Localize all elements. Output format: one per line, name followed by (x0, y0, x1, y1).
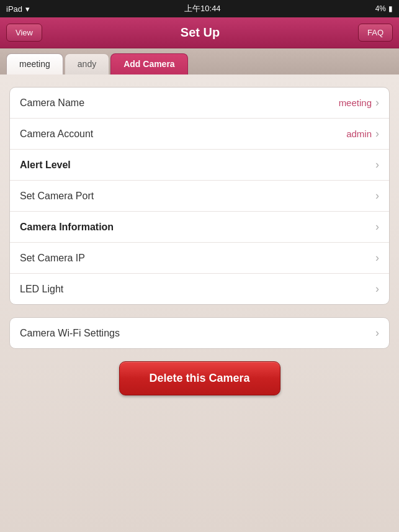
led-light-label: LED Light (20, 284, 63, 295)
main-settings-group: Camera Name meeting › Camera Account adm… (9, 87, 390, 305)
content-area: Camera Name meeting › Camera Account adm… (0, 74, 399, 532)
camera-account-right: admin › (346, 127, 379, 140)
battery-percent: 4% (375, 4, 386, 13)
alert-level-row[interactable]: Alert Level › (10, 150, 389, 181)
nav-title: Set Up (181, 25, 220, 40)
camera-wifi-settings-row[interactable]: Camera Wi-Fi Settings › (10, 318, 389, 348)
camera-name-label: Camera Name (20, 97, 84, 109)
set-camera-port-right: › (375, 189, 379, 202)
tab-andy[interactable]: andy (65, 53, 109, 74)
led-light-right: › (375, 282, 379, 295)
tab-bar: meeting andy Add Camera (0, 48, 399, 74)
chevron-icon: › (375, 127, 379, 140)
camera-wifi-settings-label: Camera Wi-Fi Settings (20, 328, 120, 339)
chevron-icon: › (375, 220, 379, 233)
camera-name-value: meeting (339, 97, 372, 108)
set-camera-port-row[interactable]: Set Camera Port › (10, 181, 389, 212)
camera-account-row[interactable]: Camera Account admin › (10, 119, 389, 150)
led-light-row[interactable]: LED Light › (10, 274, 389, 304)
chevron-icon: › (375, 96, 379, 109)
status-right: 4% ▮ (375, 4, 393, 13)
status-left: iPad ▾ (6, 4, 30, 14)
set-camera-ip-label: Set Camera IP (20, 253, 85, 264)
camera-information-label: Camera Information (20, 222, 114, 233)
camera-information-right: › (375, 220, 379, 233)
set-camera-ip-row[interactable]: Set Camera IP › (10, 243, 389, 274)
battery-icon: ▮ (388, 4, 393, 13)
wifi-icon: ▾ (25, 4, 30, 14)
alert-level-label: Alert Level (20, 160, 71, 171)
nav-bar: View Set Up FAQ (0, 17, 399, 48)
tab-meeting[interactable]: meeting (6, 53, 63, 74)
camera-account-value: admin (346, 128, 372, 139)
camera-wifi-settings-right: › (375, 327, 379, 340)
chevron-icon: › (375, 251, 379, 264)
camera-name-right: meeting › (339, 96, 379, 109)
wifi-settings-group: Camera Wi-Fi Settings › (9, 317, 390, 349)
device-label: iPad (6, 4, 22, 14)
alert-level-right: › (375, 158, 379, 171)
camera-name-row[interactable]: Camera Name meeting › (10, 88, 389, 119)
camera-account-label: Camera Account (20, 128, 93, 140)
set-camera-port-label: Set Camera Port (20, 191, 94, 202)
view-button[interactable]: View (6, 24, 42, 42)
tab-add-camera[interactable]: Add Camera (110, 53, 187, 74)
delete-camera-button[interactable]: Delete this Camera (119, 361, 280, 395)
chevron-icon: › (375, 282, 379, 295)
status-time: 上午10:44 (184, 3, 221, 14)
status-bar: iPad ▾ 上午10:44 4% ▮ (0, 0, 399, 17)
chevron-icon: › (375, 189, 379, 202)
camera-information-row[interactable]: Camera Information › (10, 212, 389, 243)
chevron-icon: › (375, 158, 379, 171)
set-camera-ip-right: › (375, 251, 379, 264)
chevron-icon: › (375, 327, 379, 340)
faq-button[interactable]: FAQ (358, 24, 393, 42)
